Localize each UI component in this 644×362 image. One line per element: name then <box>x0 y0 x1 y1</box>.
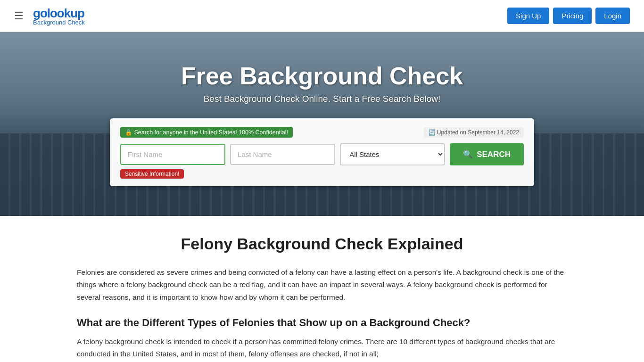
hero-subtitle: Best Background Check Online. Start a Fr… <box>204 94 441 104</box>
login-button[interactable]: Login <box>595 8 630 24</box>
search-fields: All StatesAlabamaAlaskaArizonaArkansasCa… <box>120 143 524 165</box>
sensitive-badge: Sensitive Information! <box>120 169 184 179</box>
hero-content: Free Background Check Best Background Ch… <box>0 62 644 186</box>
article-title: Felony Background Check Explained <box>77 235 567 253</box>
search-icon: 🔍 <box>463 149 473 159</box>
search-box: 🔒 Search for anyone in the United States… <box>110 118 534 186</box>
navbar-left: ☰ golookup Background Check <box>14 6 85 26</box>
hero-section: Free Background Check Best Background Ch… <box>0 32 644 216</box>
navbar: ☰ golookup Background Check Sign Up Pric… <box>0 0 644 32</box>
hero-title: Free Background Check <box>181 62 463 90</box>
article-body-1: Felonies are considered as severe crimes… <box>77 266 567 304</box>
hamburger-menu[interactable]: ☰ <box>14 10 24 22</box>
last-name-input[interactable] <box>230 144 335 165</box>
article-body-2: A felony background check is intended to… <box>77 336 567 361</box>
navbar-buttons: Sign Up Pricing Login <box>507 8 630 24</box>
search-info-bar: 🔒 Search for anyone in the United States… <box>120 127 524 138</box>
state-select[interactable]: All StatesAlabamaAlaskaArizonaArkansasCa… <box>340 143 445 165</box>
signup-button[interactable]: Sign Up <box>507 8 549 24</box>
logo: golookup Background Check <box>33 6 85 26</box>
logo-sub: Background Check <box>33 19 85 26</box>
search-button-label: SEARCH <box>477 150 511 159</box>
search-button[interactable]: 🔍 SEARCH <box>450 143 524 165</box>
pricing-button[interactable]: Pricing <box>553 8 592 24</box>
secure-badge: 🔒 Search for anyone in the United States… <box>120 127 293 138</box>
main-content: Felony Background Check Explained Feloni… <box>39 216 605 362</box>
first-name-input[interactable] <box>120 144 225 165</box>
article-h2: What are the Different Types of Felonies… <box>77 317 567 329</box>
updated-badge: 🔄 Updated on September 14, 2022 <box>424 127 524 138</box>
